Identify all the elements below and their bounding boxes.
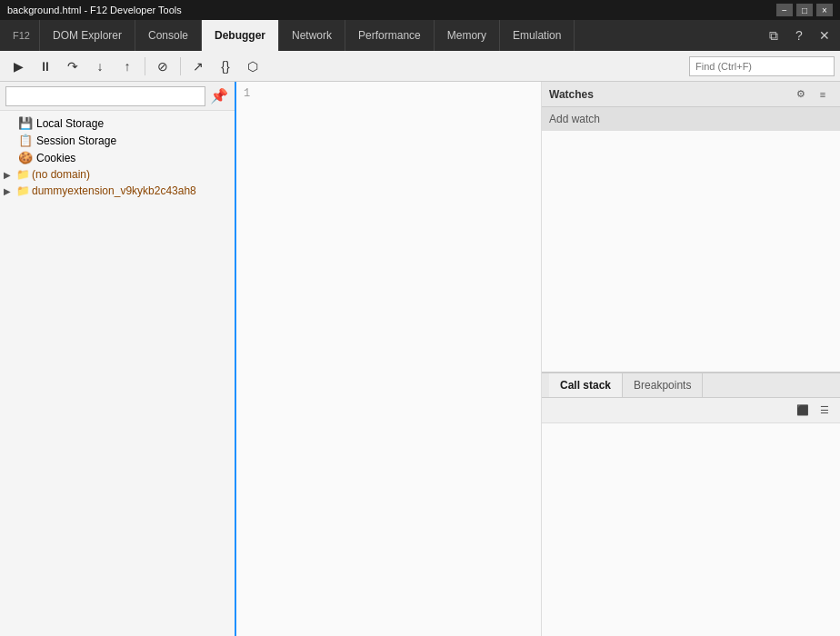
watches-title: Watches	[549, 88, 594, 101]
dock-button[interactable]: ⧉	[762, 24, 785, 47]
tab-memory[interactable]: Memory	[435, 20, 500, 51]
add-watch-row[interactable]: Add watch	[542, 107, 840, 131]
no-domain-arrow: ▶	[4, 170, 15, 180]
minimize-button[interactable]: −	[776, 4, 793, 16]
tab-debugger[interactable]: Debugger	[202, 20, 279, 51]
callstack-section: Call stack Breakpoints ⬛ ☰	[542, 373, 840, 636]
cookies-label: Cookies	[36, 152, 75, 164]
dummy-extension-label: dummyextension_v9kykb2c43ah8	[32, 184, 196, 197]
toolbar-sep-2	[180, 57, 181, 75]
local-storage-icon: 💾	[18, 116, 33, 130]
folder-icon: 📁	[16, 168, 30, 181]
close-button[interactable]: ×	[816, 4, 833, 16]
local-storage-item[interactable]: 💾 Local Storage	[0, 114, 235, 132]
callstack-header: Call stack Breakpoints	[542, 373, 840, 398]
callstack-btn-2[interactable]: ☰	[815, 402, 835, 420]
resume-button[interactable]: ▶	[5, 55, 31, 78]
session-storage-item[interactable]: 📋 Session Storage	[0, 132, 235, 149]
help-button[interactable]: ?	[787, 24, 811, 47]
add-watch-label: Add watch	[549, 113, 600, 125]
code-line-1: 1	[244, 87, 534, 100]
center-panel: 1	[236, 82, 542, 636]
callstack-toolbar: ⬛ ☰	[542, 398, 840, 423]
folder-icon-2: 📁	[16, 184, 30, 197]
session-storage-icon: 📋	[18, 134, 33, 147]
right-panel: Watches ⚙ ≡ Add watch Call stack Breakpo…	[542, 82, 840, 636]
tab-dom-explorer[interactable]: DOM Explorer	[40, 20, 135, 51]
restore-button[interactable]: □	[796, 4, 813, 16]
cookies-item[interactable]: 🍪 Cookies	[0, 149, 235, 166]
tab-bar: F12 DOM Explorer Console Debugger Networ…	[0, 20, 840, 51]
tab-f12[interactable]: F12	[4, 20, 40, 51]
left-toolbar: 📌	[0, 82, 235, 111]
session-storage-label: Session Storage	[36, 134, 116, 147]
dummy-extension-group[interactable]: ▶ 📁 dummyextension_v9kykb2c43ah8	[0, 183, 235, 199]
find-input[interactable]	[689, 56, 835, 76]
pause-button[interactable]: ⏸	[33, 55, 58, 78]
find-box	[689, 56, 835, 76]
tab-call-stack[interactable]: Call stack	[549, 373, 623, 397]
pin-button[interactable]: 📌	[209, 86, 229, 106]
title-bar-controls: − □ ×	[776, 4, 833, 16]
go-to-source-button[interactable]: ↗	[185, 55, 211, 78]
break-on-exception-button[interactable]: ⊘	[150, 55, 175, 78]
dummy-extension-arrow: ▶	[4, 186, 15, 196]
tab-bar-right: ⧉ ? ✕	[762, 20, 840, 51]
tab-performance[interactable]: Performance	[345, 20, 435, 51]
code-area[interactable]: 1	[236, 82, 541, 636]
no-domain-label: (no domain)	[32, 168, 90, 181]
cookies-icon: 🍪	[18, 151, 33, 164]
toolbar-sep-1	[145, 57, 145, 75]
tab-emulation[interactable]: Emulation	[500, 20, 575, 51]
watch-settings-button[interactable]: ⚙	[791, 85, 811, 104]
tab-console[interactable]: Console	[135, 20, 202, 51]
line-number-1: 1	[244, 87, 265, 100]
close-devtools-button[interactable]: ✕	[813, 24, 836, 47]
step-out-button[interactable]: ↑	[115, 55, 140, 78]
toolbar: ▶ ⏸ ↷ ↓ ↑ ⊘ ↗ {} ⬡	[0, 51, 840, 82]
local-storage-label: Local Storage	[36, 117, 104, 130]
watches-header: Watches ⚙ ≡	[542, 82, 840, 107]
window-title: background.html - F12 Developer Tools	[7, 5, 182, 15]
left-tree: 💾 Local Storage 📋 Session Storage 🍪 Cook…	[0, 111, 235, 636]
breakpoints-button[interactable]: ⬡	[240, 55, 265, 78]
left-search-input[interactable]	[5, 86, 205, 106]
main-layout: 📌 💾 Local Storage 📋 Session Storage 🍪 Co…	[0, 82, 840, 636]
callstack-btn-1[interactable]: ⬛	[793, 402, 813, 420]
title-bar: background.html - F12 Developer Tools − …	[0, 0, 840, 20]
callstack-body	[542, 423, 840, 636]
no-domain-group[interactable]: ▶ 📁 (no domain)	[0, 166, 235, 183]
left-panel: 📌 💾 Local Storage 📋 Session Storage 🍪 Co…	[0, 82, 236, 636]
pretty-print-button[interactable]: {}	[213, 55, 238, 78]
step-into-button[interactable]: ↓	[87, 55, 113, 78]
watch-expand-button[interactable]: ≡	[813, 85, 833, 104]
tab-network[interactable]: Network	[279, 20, 345, 51]
tab-breakpoints[interactable]: Breakpoints	[623, 373, 703, 397]
step-over-button[interactable]: ↷	[60, 55, 85, 78]
watches-section: Watches ⚙ ≡ Add watch	[542, 82, 840, 373]
watches-body	[542, 131, 840, 372]
watches-header-buttons: ⚙ ≡	[791, 85, 833, 104]
